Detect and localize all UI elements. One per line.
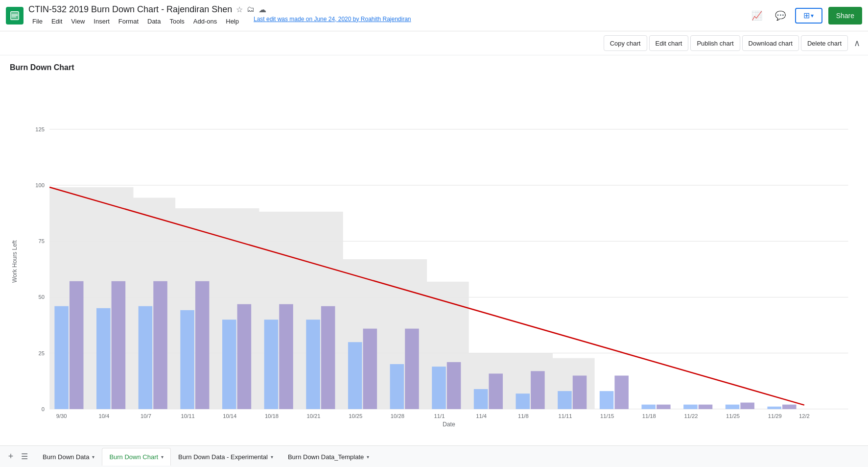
svg-rect-45 [600, 391, 614, 409]
main-content: Burn Down Chart Work Hours Left 125 [0, 55, 868, 445]
svg-rect-36 [405, 329, 419, 409]
tab-burn-down-data-label: Burn Down Data [43, 453, 89, 461]
tab-burn-down-data[interactable]: Burn Down Data ▾ [35, 448, 102, 466]
delete-chart-button[interactable]: Delete chart [801, 35, 848, 51]
tab-burn-down-data-template[interactable]: Burn Down Data_Template ▾ [281, 448, 376, 466]
svg-text:Date: Date [443, 421, 455, 428]
svg-rect-48 [657, 405, 671, 409]
collapse-icon[interactable]: ∧ [854, 38, 860, 49]
svg-rect-50 [699, 405, 713, 409]
tab-burn-down-data-template-label: Burn Down Data_Template [288, 453, 364, 461]
svg-rect-30 [279, 304, 293, 409]
menu-addons[interactable]: Add-ons [189, 16, 221, 27]
menu-edit[interactable]: Edit [47, 16, 66, 27]
svg-rect-20 [70, 281, 84, 409]
tab-burn-down-data-template-chevron[interactable]: ▾ [367, 454, 369, 460]
svg-rect-39 [474, 389, 488, 409]
chart-svg-container: 125 100 75 50 25 0 [20, 78, 858, 445]
svg-text:12/2: 12/2 [799, 413, 810, 419]
svg-text:11/1: 11/1 [434, 413, 445, 419]
menu-bar: File Edit View Insert Format Data Tools … [28, 16, 743, 27]
svg-rect-19 [54, 306, 69, 409]
star-icon[interactable]: ☆ [236, 5, 243, 14]
svg-rect-28 [237, 304, 252, 409]
chart-toolbar: Copy chart Edit chart Publish chart Down… [0, 31, 868, 55]
svg-text:10/4: 10/4 [98, 413, 109, 419]
add-sheet-button[interactable]: + [4, 450, 18, 464]
svg-text:50: 50 [39, 294, 45, 300]
svg-rect-52 [740, 403, 754, 409]
svg-rect-1 [12, 14, 18, 14]
svg-rect-38 [447, 362, 461, 409]
app-icon[interactable] [6, 7, 23, 25]
svg-rect-54 [782, 405, 797, 409]
svg-text:11/11: 11/11 [558, 413, 572, 419]
tab-burn-down-chart-chevron[interactable]: ▾ [161, 454, 164, 460]
svg-text:11/29: 11/29 [768, 413, 782, 419]
svg-text:9/30: 9/30 [56, 413, 67, 419]
menu-insert[interactable]: Insert [90, 16, 114, 27]
tab-burn-down-chart-label: Burn Down Chart [109, 453, 158, 461]
menu-format[interactable]: Format [115, 16, 142, 27]
y-axis-label: Work Hours Left [10, 78, 20, 445]
svg-text:25: 25 [39, 350, 45, 356]
tab-burn-down-data-experimental-label: Burn Down Data - Experimental [178, 453, 268, 461]
share-button[interactable]: Share [828, 7, 862, 25]
folder-icon[interactable]: 🗂 [247, 5, 255, 14]
svg-text:11/25: 11/25 [726, 413, 740, 419]
svg-rect-49 [683, 405, 698, 409]
tab-burn-down-data-experimental-chevron[interactable]: ▾ [271, 454, 273, 460]
svg-rect-21 [96, 308, 111, 409]
svg-rect-23 [139, 306, 153, 409]
svg-rect-37 [432, 367, 446, 409]
svg-text:10/18: 10/18 [265, 413, 279, 419]
bottom-tabs: + ☰ Burn Down Data ▾ Burn Down Chart ▾ B… [0, 445, 868, 467]
svg-rect-29 [264, 320, 279, 409]
menu-data[interactable]: Data [143, 16, 164, 27]
trending-icon-btn[interactable]: 📈 [748, 7, 766, 25]
svg-rect-51 [726, 405, 740, 409]
tab-burn-down-chart[interactable]: Burn Down Chart ▾ [102, 448, 171, 466]
edit-chart-button[interactable]: Edit chart [649, 35, 689, 51]
comment-icon-btn[interactable]: 💬 [772, 7, 789, 25]
tab-burn-down-data-experimental[interactable]: Burn Down Data - Experimental ▾ [171, 448, 281, 466]
svg-text:11/15: 11/15 [600, 413, 614, 419]
chart-inner: 125 100 75 50 25 0 [20, 78, 858, 445]
last-edit-link[interactable]: Last edit was made on June 24, 2020 by R… [254, 16, 411, 27]
expand-btn[interactable]: ⊞ ▾ [795, 8, 822, 24]
doc-title: CTIN-532 2019 Burn Down Chart - Rajendir… [28, 4, 743, 15]
copy-chart-button[interactable]: Copy chart [604, 35, 647, 51]
svg-text:75: 75 [39, 238, 45, 244]
svg-rect-44 [573, 375, 587, 409]
svg-text:10/7: 10/7 [141, 413, 151, 419]
title-area: CTIN-532 2019 Burn Down Chart - Rajendir… [28, 4, 743, 27]
svg-text:10/11: 10/11 [181, 413, 195, 419]
svg-rect-31 [306, 320, 320, 409]
chart-svg: 125 100 75 50 25 0 [20, 78, 858, 445]
cloud-icon[interactable]: ☁ [258, 5, 266, 14]
svg-rect-46 [614, 375, 629, 409]
svg-text:11/22: 11/22 [684, 413, 698, 419]
svg-rect-43 [558, 391, 572, 409]
svg-rect-24 [153, 281, 167, 409]
svg-rect-3 [12, 16, 16, 17]
svg-text:10/14: 10/14 [223, 413, 236, 419]
svg-rect-26 [195, 281, 210, 409]
svg-rect-25 [180, 310, 194, 409]
chart-area: Work Hours Left 125 100 75 [10, 78, 858, 445]
svg-text:125: 125 [35, 126, 45, 132]
menu-help[interactable]: Help [222, 16, 243, 27]
all-sheets-button[interactable]: ☰ [18, 450, 31, 464]
menu-view[interactable]: View [67, 16, 89, 27]
topbar: CTIN-532 2019 Burn Down Chart - Rajendir… [0, 0, 868, 31]
tab-burn-down-data-chevron[interactable]: ▾ [92, 454, 94, 460]
publish-chart-button[interactable]: Publish chart [690, 35, 740, 51]
svg-rect-34 [363, 329, 377, 409]
svg-rect-42 [531, 371, 545, 409]
download-chart-button[interactable]: Download chart [742, 35, 799, 51]
svg-text:10/28: 10/28 [391, 413, 404, 419]
svg-rect-47 [641, 405, 656, 409]
svg-text:10/25: 10/25 [349, 413, 362, 419]
menu-file[interactable]: File [28, 16, 47, 27]
menu-tools[interactable]: Tools [165, 16, 188, 27]
